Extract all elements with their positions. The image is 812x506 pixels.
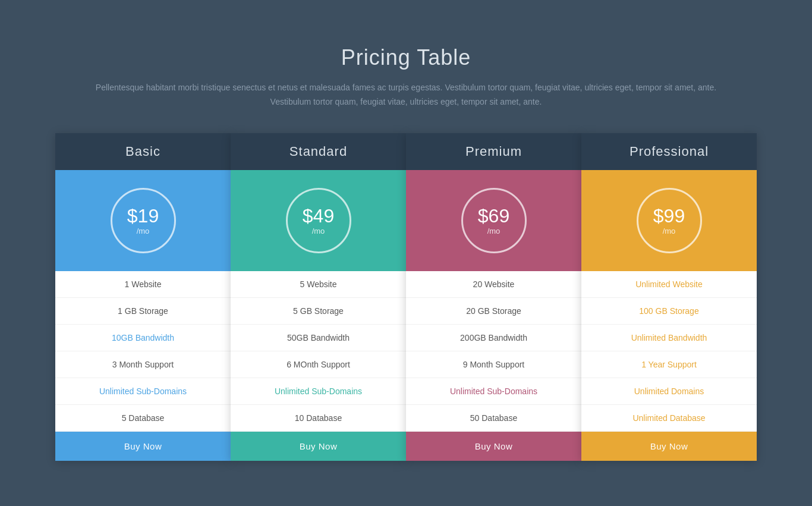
price-circle-professional: $99/mo	[637, 188, 702, 253]
feature-row-basic-4: Unlimited Sub-Domains	[55, 378, 231, 405]
feature-row-premium-3: 9 Month Support	[406, 351, 581, 378]
pricing-table: Basic$19/mo1 Website1 GB Storage10GB Ban…	[32, 133, 780, 461]
plan-card-premium: Premium$69/mo20 Website20 GB Storage200G…	[406, 133, 581, 461]
plan-price-section-standard: $49/mo	[231, 170, 406, 271]
feature-row-basic-5: 5 Database	[55, 405, 231, 432]
plan-price-section-premium: $69/mo	[406, 170, 581, 271]
feature-row-premium-4: Unlimited Sub-Domains	[406, 378, 581, 405]
feature-row-basic-3: 3 Month Support	[55, 351, 231, 378]
price-period-basic: /mo	[137, 227, 150, 235]
feature-row-standard-0: 5 Website	[231, 271, 406, 298]
page-subtitle: Pellentesque habitant morbi tristique se…	[79, 81, 733, 109]
price-circle-standard: $49/mo	[286, 188, 351, 253]
price-circle-basic: $19/mo	[111, 188, 176, 253]
feature-row-premium-5: 50 Database	[406, 405, 581, 432]
feature-row-basic-1: 1 GB Storage	[55, 298, 231, 325]
feature-row-professional-3: 1 Year Support	[581, 351, 757, 378]
plan-price-section-professional: $99/mo	[581, 170, 757, 271]
price-amount-basic: $19	[127, 206, 159, 227]
plan-features-basic: 1 Website1 GB Storage10GB Bandwidth3 Mon…	[55, 271, 231, 432]
feature-row-standard-5: 10 Database	[231, 405, 406, 432]
buy-now-button-premium[interactable]: Buy Now	[406, 432, 581, 461]
page-wrapper: Pricing Table Pellentesque habitant morb…	[32, 45, 780, 461]
plan-header-standard: Standard	[231, 133, 406, 170]
feature-row-standard-2: 50GB Bandwidth	[231, 325, 406, 351]
page-title: Pricing Table	[32, 45, 780, 70]
price-period-premium: /mo	[487, 227, 501, 235]
page-header: Pricing Table Pellentesque habitant morb…	[32, 45, 780, 109]
plan-header-professional: Professional	[581, 133, 757, 170]
price-amount-professional: $99	[653, 206, 685, 227]
plan-price-section-basic: $19/mo	[55, 170, 231, 271]
price-amount-standard: $49	[303, 206, 334, 227]
buy-now-button-basic[interactable]: Buy Now	[55, 432, 231, 461]
feature-row-premium-0: 20 Website	[406, 271, 581, 298]
feature-row-premium-1: 20 GB Storage	[406, 298, 581, 325]
buy-now-button-standard[interactable]: Buy Now	[231, 432, 406, 461]
plan-features-premium: 20 Website20 GB Storage200GB Bandwidth9 …	[406, 271, 581, 432]
buy-now-button-professional[interactable]: Buy Now	[581, 432, 757, 461]
price-period-professional: /mo	[663, 227, 676, 235]
plan-card-professional: Professional$99/moUnlimited Website100 G…	[581, 133, 757, 461]
plan-features-professional: Unlimited Website100 GB StorageUnlimited…	[581, 271, 757, 432]
plan-header-premium: Premium	[406, 133, 581, 170]
feature-row-professional-2: Unlimited Bandwidth	[581, 325, 757, 351]
feature-row-basic-0: 1 Website	[55, 271, 231, 298]
plan-name-standard: Standard	[237, 144, 400, 159]
feature-row-professional-4: Unlimited Domains	[581, 378, 757, 405]
feature-row-professional-0: Unlimited Website	[581, 271, 757, 298]
plan-features-standard: 5 Website5 GB Storage50GB Bandwidth6 MOn…	[231, 271, 406, 432]
price-circle-premium: $69/mo	[461, 188, 527, 253]
plan-name-basic: Basic	[61, 144, 225, 159]
feature-row-standard-3: 6 MOnth Support	[231, 351, 406, 378]
price-period-standard: /mo	[312, 227, 325, 235]
feature-row-basic-2: 10GB Bandwidth	[55, 325, 231, 351]
plan-card-standard: Standard$49/mo5 Website5 GB Storage50GB …	[231, 133, 406, 461]
feature-row-professional-1: 100 GB Storage	[581, 298, 757, 325]
feature-row-premium-2: 200GB Bandwidth	[406, 325, 581, 351]
feature-row-standard-4: Unlimited Sub-Domains	[231, 378, 406, 405]
plan-name-professional: Professional	[587, 144, 751, 159]
feature-row-standard-1: 5 GB Storage	[231, 298, 406, 325]
plan-header-basic: Basic	[55, 133, 231, 170]
plan-name-premium: Premium	[412, 144, 575, 159]
price-amount-premium: $69	[478, 206, 509, 227]
feature-row-professional-5: Unlimited Database	[581, 405, 757, 432]
plan-card-basic: Basic$19/mo1 Website1 GB Storage10GB Ban…	[55, 133, 231, 461]
